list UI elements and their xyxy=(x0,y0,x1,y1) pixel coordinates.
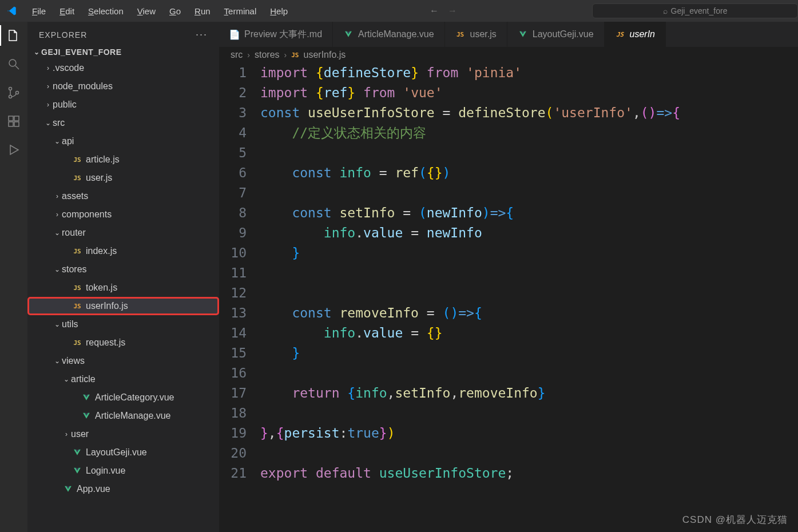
folder-public[interactable]: ›public xyxy=(27,96,219,114)
file-ArticleManage.vue[interactable]: ArticleManage.vue xyxy=(27,407,219,425)
chevron-right-icon: › xyxy=(284,50,287,59)
tab-LayoutGeji.vue[interactable]: LayoutGeji.vue xyxy=(507,22,605,47)
menu-file[interactable]: File xyxy=(25,4,53,18)
folder-router[interactable]: ⌄router xyxy=(27,224,219,242)
folder-components[interactable]: ›components xyxy=(27,205,219,224)
folder-.vscode[interactable]: ›.vscode xyxy=(27,59,219,77)
breadcrumb-part[interactable]: userInfo.js xyxy=(304,50,346,60)
editor-tabs: 📄Preview 大事件.mdArticleManage.vueJSuser.j… xyxy=(219,22,798,47)
menu-view[interactable]: View xyxy=(130,4,162,18)
js-file-icon: JS xyxy=(291,51,299,59)
activity-bar xyxy=(0,22,27,532)
search-icon: ⌕ xyxy=(663,6,668,15)
svg-rect-4 xyxy=(9,116,13,121)
menu-edit[interactable]: Edit xyxy=(53,4,81,18)
folder-src[interactable]: ⌄src xyxy=(27,114,219,132)
breadcrumb[interactable]: src › stores › JS userInfo.js xyxy=(219,47,798,63)
line-numbers: 123456789101112131415161718192021 xyxy=(219,63,260,532)
editor-area: 📄Preview 大事件.mdArticleManage.vueJSuser.j… xyxy=(219,22,798,532)
tab-user.js[interactable]: JSuser.js xyxy=(445,22,507,47)
command-center-search[interactable]: ⌕ Geji_event_fore xyxy=(592,3,798,18)
source-control-icon[interactable] xyxy=(6,85,22,101)
menu-bar: FileEditSelectionViewGoRunTerminalHelp xyxy=(25,4,295,18)
svg-point-1 xyxy=(9,88,12,90)
tab-ArticleManage.vue[interactable]: ArticleManage.vue xyxy=(333,22,445,47)
menu-run[interactable]: Run xyxy=(188,4,217,18)
folder-node_modules[interactable]: ›node_modules xyxy=(27,77,219,96)
file-userInfo.js[interactable]: JSuserInfo.js xyxy=(27,297,219,315)
run-debug-icon[interactable] xyxy=(6,142,22,158)
sidebar: EXPLORER ··· ⌄ GEJI_EVENT_FORE ›.vscode›… xyxy=(27,22,219,532)
file-article.js[interactable]: JSarticle.js xyxy=(27,150,219,169)
svg-point-2 xyxy=(9,96,12,98)
breadcrumb-part[interactable]: src xyxy=(231,50,243,60)
file-App.vue[interactable]: App.vue xyxy=(27,480,219,498)
file-token.js[interactable]: JStoken.js xyxy=(27,279,219,297)
extensions-icon[interactable] xyxy=(6,113,22,129)
file-ArticleCategory.vue[interactable]: ArticleCategory.vue xyxy=(27,388,219,407)
folder-stores[interactable]: ⌄stores xyxy=(27,260,219,279)
folder-views[interactable]: ⌄views xyxy=(27,352,219,370)
file-index.js[interactable]: JSindex.js xyxy=(27,242,219,260)
svg-point-3 xyxy=(16,92,19,94)
chevron-right-icon: › xyxy=(247,50,250,59)
file-LayoutGeji.vue[interactable]: LayoutGeji.vue xyxy=(27,443,219,462)
project-header[interactable]: ⌄ GEJI_EVENT_FORE xyxy=(27,45,219,59)
nav-forward-icon[interactable]: → xyxy=(448,6,457,16)
menu-selection[interactable]: Selection xyxy=(81,4,130,18)
vscode-logo-icon xyxy=(7,5,19,17)
folder-article[interactable]: ⌄article xyxy=(27,370,219,388)
tab-Preview 大事件.md[interactable]: 📄Preview 大事件.md xyxy=(219,22,333,47)
svg-rect-5 xyxy=(14,116,19,121)
code-editor[interactable]: 123456789101112131415161718192021 import… xyxy=(219,63,798,532)
sidebar-more-icon[interactable]: ··· xyxy=(196,29,208,41)
breadcrumb-part[interactable]: stores xyxy=(255,50,280,60)
file-Login.vue[interactable]: Login.vue xyxy=(27,462,219,480)
explorer-icon[interactable] xyxy=(6,27,22,43)
folder-assets[interactable]: ›assets xyxy=(27,187,219,205)
code-content[interactable]: import {defineStore} from 'pinia'import … xyxy=(260,63,798,532)
search-placeholder: Geji_event_fore xyxy=(671,6,728,15)
file-user.js[interactable]: JSuser.js xyxy=(27,169,219,187)
search-icon[interactable] xyxy=(6,56,22,72)
sidebar-title: EXPLORER xyxy=(39,30,87,39)
svg-rect-7 xyxy=(14,122,19,126)
menu-help[interactable]: Help xyxy=(263,4,295,18)
file-request.js[interactable]: JSrequest.js xyxy=(27,334,219,352)
svg-point-0 xyxy=(9,59,16,66)
nav-back-icon[interactable]: ← xyxy=(430,6,439,16)
folder-user[interactable]: ›user xyxy=(27,425,219,443)
tab-userInfo.js[interactable]: JSuserIn xyxy=(605,22,666,47)
project-name: GEJI_EVENT_FORE xyxy=(41,47,122,57)
folder-utils[interactable]: ⌄utils xyxy=(27,315,219,334)
title-bar: FileEditSelectionViewGoRunTerminalHelp ←… xyxy=(0,0,798,22)
folder-api[interactable]: ⌄api xyxy=(27,132,219,150)
svg-rect-6 xyxy=(9,122,13,126)
menu-go[interactable]: Go xyxy=(162,4,188,18)
menu-terminal[interactable]: Terminal xyxy=(217,4,264,18)
